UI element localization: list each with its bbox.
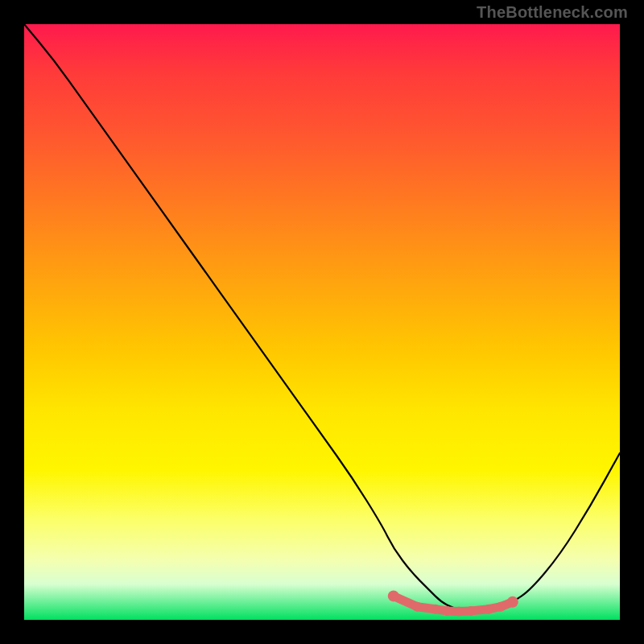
chart-frame: TheBottleneck.com bbox=[0, 0, 644, 644]
highlight-markers bbox=[388, 590, 518, 616]
highlight-point bbox=[412, 602, 422, 612]
highlight-point bbox=[388, 590, 399, 601]
highlight-point bbox=[431, 605, 440, 614]
highlight-point bbox=[466, 606, 476, 616]
highlight-point bbox=[454, 607, 464, 617]
curve-svg bbox=[24, 24, 620, 620]
highlight-point bbox=[484, 605, 493, 614]
highlight-point bbox=[507, 597, 518, 608]
highlight-point bbox=[442, 606, 452, 616]
bottleneck-curve bbox=[24, 24, 620, 613]
plot-area bbox=[24, 24, 620, 620]
watermark-text: TheBottleneck.com bbox=[477, 3, 628, 22]
highlight-point bbox=[496, 602, 506, 612]
